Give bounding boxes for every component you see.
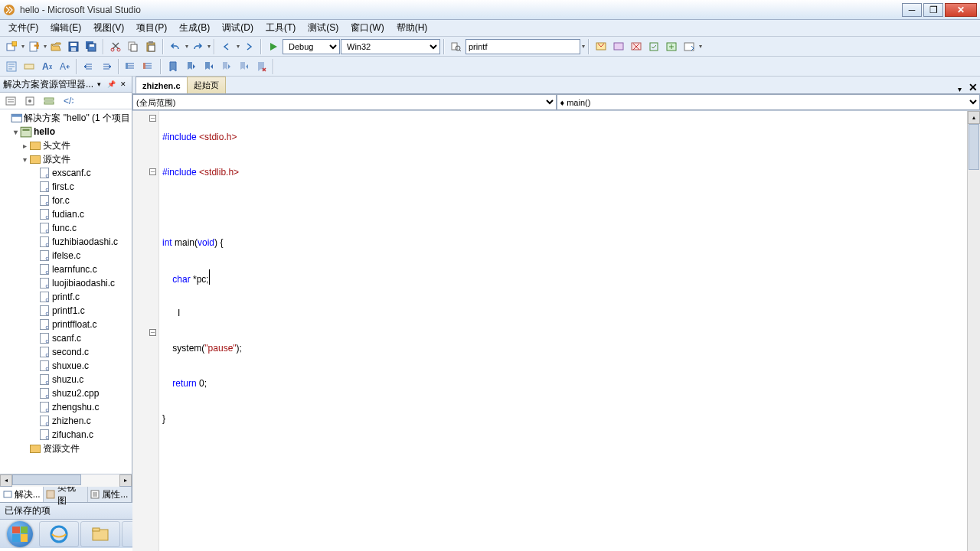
paste-button[interactable] [142,38,159,55]
add-item-button[interactable]: ✚ [25,38,42,55]
find-dropdown[interactable]: ▾ [581,43,585,50]
undo-dropdown[interactable]: ▾ [185,43,188,50]
se-view-code-button[interactable]: </> [60,93,77,109]
fold-icon[interactable]: − [149,329,156,336]
tree-folder-headers[interactable]: ▸头文件 [2,139,130,152]
bookmark-prev-button[interactable] [182,58,199,75]
tree-file[interactable]: first.c [2,180,130,194]
menu-help[interactable]: 帮助(H) [391,20,433,36]
taskbar-ie[interactable] [39,521,79,547]
new-project-button[interactable] [3,38,20,55]
sidebar-hscroll[interactable]: ◂ ▸ [0,474,132,486]
minimize-button[interactable]: ─ [902,3,922,17]
doctab-zhizhen[interactable]: zhizhen.c [136,77,188,93]
comment-button[interactable] [122,58,139,75]
nav-fwd-button[interactable] [240,38,257,55]
menu-debug[interactable]: 调试(D) [217,20,259,36]
tree-file[interactable]: func.c [2,221,130,235]
tree-file[interactable]: printffloat.c [2,318,130,331]
bookmark-toggle-button[interactable] [165,58,181,75]
complete-word-button[interactable]: A↵ [56,58,73,75]
tree-file[interactable]: zhizhen.c [2,414,130,428]
tree-file[interactable]: scanf.c [2,331,130,345]
bookmark-prev-doc-button[interactable] [217,58,234,75]
tree-file[interactable]: learnfunc.c [2,262,130,276]
member-list-button[interactable] [3,58,20,75]
taskbar-explorer[interactable] [80,521,120,547]
undo-button[interactable] [167,38,184,55]
tree-folder-resources[interactable]: 资源文件 [2,442,130,455]
editor-vscroll[interactable]: ▴ ▾ [967,111,980,551]
code-editor[interactable]: − − − #include <stdio.h> #include <stdli… [132,111,980,551]
scope-combo[interactable]: (全局范围) [132,94,557,110]
cut-button[interactable] [107,38,124,55]
find-combo[interactable] [466,39,580,54]
start-button[interactable] [2,520,38,548]
tree-file[interactable]: fuzhibiaodashi.c [2,235,130,249]
tool-btn-2[interactable] [610,38,627,55]
bookmark-clear-button[interactable] [253,58,270,75]
param-info-button[interactable] [21,58,38,75]
nav-back-button[interactable] [218,38,235,55]
tool-btn-3[interactable] [628,38,645,55]
tree-folder-sources[interactable]: ▾源文件 [2,152,130,166]
start-debug-button[interactable] [265,38,282,55]
add-item-dropdown[interactable]: ▾ [43,43,47,50]
maximize-button[interactable]: ❐ [923,3,943,17]
fold-icon[interactable]: − [149,115,156,122]
menu-test[interactable]: 测试(S) [302,20,344,36]
tree-project[interactable]: ▾hello [2,125,130,139]
doctab-close-button[interactable]: ✕ [966,81,980,93]
redo-dropdown[interactable]: ▾ [207,43,211,50]
quick-info-button[interactable]: A» [38,58,55,75]
open-button[interactable] [47,38,64,55]
scroll-up-button[interactable]: ▴ [968,111,980,124]
menu-edit[interactable]: 编辑(E) [45,20,87,36]
menu-build[interactable]: 生成(B) [174,20,215,36]
tree-file[interactable]: fudian.c [2,207,130,221]
config-combo[interactable]: Debug [283,39,340,54]
tool-btn-6-dropdown[interactable]: ▾ [698,43,702,50]
indent-inc-button[interactable] [98,58,115,75]
find-in-files-button[interactable] [448,38,465,55]
tree-file[interactable]: exscanf.c [2,166,130,180]
tool-btn-1[interactable] [593,38,609,55]
fold-icon[interactable]: − [149,168,156,175]
bookmark-next-button[interactable] [200,58,217,75]
tree-file[interactable]: shuxue.c [2,359,130,373]
pane-pin-button[interactable]: 📌 [106,79,116,90]
se-refresh-button[interactable] [41,93,57,109]
tool-btn-5[interactable] [663,38,680,55]
vscroll-thumb[interactable] [969,124,979,170]
save-all-button[interactable] [83,38,100,55]
scroll-left-button[interactable]: ◂ [0,474,12,487]
doctab-menu-button[interactable]: ▾ [952,85,966,93]
nav-back-dropdown[interactable]: ▾ [236,43,240,50]
doctab-startpage[interactable]: 起始页 [187,77,226,93]
tree-file[interactable]: luojibiaodashi.c [2,276,130,290]
platform-combo[interactable]: Win32 [341,39,440,54]
tree-file[interactable]: shuzu.c [2,373,130,386]
redo-button[interactable] [189,38,206,55]
sidebar-tab-solution[interactable]: 解决... [0,487,44,502]
sidebar-tab-classview[interactable]: 类视图 [44,487,87,502]
copy-button[interactable] [125,38,142,55]
solution-tree[interactable]: 解决方案 "hello" (1 个项目 ▾hello ▸头文件 ▾源文件 exs… [0,109,132,474]
code-text[interactable]: #include <stdio.h> #include <stdlib.h> i… [159,111,967,551]
indent-dec-button[interactable] [80,58,97,75]
menu-project[interactable]: 项目(P) [131,20,172,36]
tree-file[interactable]: second.c [2,345,130,359]
member-combo[interactable]: ♦ main() [557,94,981,110]
tool-btn-4[interactable] [645,38,662,55]
scroll-thumb[interactable] [12,474,81,485]
bookmark-next-doc-button[interactable] [235,58,252,75]
new-project-dropdown[interactable]: ▾ [21,43,24,50]
save-button[interactable] [65,38,82,55]
sidebar-tab-properties[interactable]: 属性... [88,487,132,502]
se-show-all-button[interactable] [21,93,38,109]
menu-file[interactable]: 文件(F) [3,20,44,36]
tool-btn-6[interactable] [681,38,697,55]
tree-solution[interactable]: 解决方案 "hello" (1 个项目 [2,111,130,125]
tree-file[interactable]: zifuchan.c [2,428,130,442]
tree-file[interactable]: for.c [2,194,130,207]
